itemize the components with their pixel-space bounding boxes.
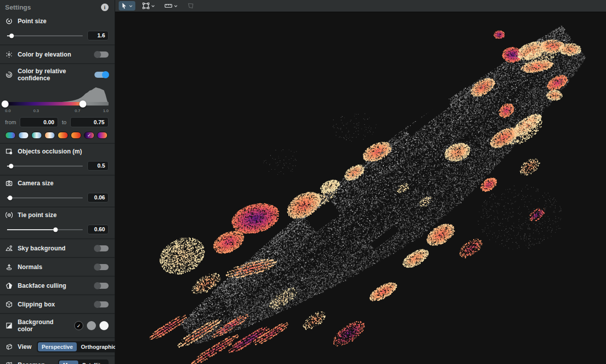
measure-tool[interactable]: [162, 2, 180, 10]
palette-selected-check-icon: ✓: [87, 133, 91, 138]
to-input[interactable]: 0.75: [70, 117, 109, 127]
background-color-options: ✓: [74, 321, 109, 330]
settings-panel: Settings i Point size 1.6: [0, 0, 115, 364]
palette-purple-magenta-orange[interactable]: [97, 132, 108, 139]
point-size-slider[interactable]: [7, 33, 83, 39]
sky-background-toggle[interactable]: [94, 245, 109, 251]
tie-point-value[interactable]: 0.60: [87, 225, 109, 234]
camera-icon: [5, 179, 13, 187]
occlusion-slider[interactable]: [7, 163, 83, 169]
tie-point-label: Tie point size: [18, 212, 57, 219]
section-sky-background: Sky background: [0, 238, 115, 257]
point-size-label: Point size: [18, 18, 46, 25]
section-objects-occlusion: Objects occlusion (m) 0.5: [0, 143, 115, 175]
confidence-histogram: [5, 84, 109, 108]
normals-toggle[interactable]: [94, 264, 109, 270]
occlusion-value[interactable]: 0.5: [87, 161, 109, 171]
chevron-down-icon: [174, 4, 178, 8]
tie-point-icon: [5, 211, 13, 219]
elevation-label: Color by elevation: [18, 51, 71, 58]
view-icon: [5, 343, 13, 351]
view-option-perspective[interactable]: Perspective: [38, 342, 77, 351]
occlusion-icon: [5, 147, 13, 155]
palette-yellow-red[interactable]: [58, 132, 68, 139]
normals-label: Normals: [18, 264, 42, 271]
view-segmented-control: PerspectiveOrthographic: [37, 341, 121, 352]
camera-size-value[interactable]: 0.06: [87, 193, 109, 202]
range-handle-min[interactable]: [2, 100, 9, 108]
settings-title: Settings: [5, 4, 31, 11]
background-color-white[interactable]: [99, 321, 109, 330]
basemap-icon: [5, 361, 13, 364]
background-color-black[interactable]: ✓: [74, 321, 83, 330]
clipping-box-label: Clipping box: [18, 301, 55, 308]
section-confidence: Color by relative confidence 0.00.30.71.…: [0, 63, 115, 143]
from-input[interactable]: 0.00: [20, 117, 58, 127]
confidence-range-inputs: from 0.00 to 0.75: [5, 117, 109, 127]
info-icon[interactable]: i: [101, 4, 109, 11]
region-select-tool[interactable]: [140, 1, 158, 11]
from-label: from: [5, 119, 16, 125]
basemap-option-map[interactable]: Map: [59, 360, 78, 364]
point-cloud-canvas[interactable]: [115, 0, 606, 364]
section-clipping-box: Clipping box: [0, 294, 115, 313]
elevation-toggle[interactable]: [94, 51, 109, 58]
section-camera-size: Camera size 0.06: [0, 175, 115, 206]
to-label: to: [62, 119, 66, 125]
section-tie-point-size: Tie point size 0.60: [0, 206, 115, 238]
tie-point-slider[interactable]: [7, 227, 83, 233]
tick-label: 1.0: [103, 109, 109, 113]
palette-row: ✓: [5, 132, 109, 139]
camera-size-label: Camera size: [18, 180, 54, 187]
palette-orange-white-blue[interactable]: [44, 132, 55, 139]
section-view: View PerspectiveOrthographic: [0, 337, 115, 355]
settings-header: Settings i: [0, 0, 115, 14]
confidence-label: Color by relative confidence: [18, 68, 89, 82]
palette-magma[interactable]: ✓: [84, 132, 94, 139]
confidence-ticks: 0.00.30.71.0: [5, 109, 109, 114]
basemap-label: Basemap: [18, 361, 45, 364]
rect-select-icon: [142, 3, 149, 9]
basemap-option-satellite[interactable]: Satellite: [78, 360, 108, 364]
sky-icon: [5, 244, 13, 252]
background-color-label: Background color: [18, 319, 69, 333]
confidence-gradient-bar: [5, 102, 109, 106]
palette-teal-white-blue[interactable]: [31, 132, 42, 139]
view-option-orthographic[interactable]: Orthographic: [77, 342, 120, 351]
clipping-box-icon: [5, 300, 13, 308]
polygon-tool: [185, 1, 196, 11]
backface-icon: [5, 282, 13, 289]
app-root: Settings i Point size 1.6: [0, 0, 606, 364]
occlusion-label: Objects occlusion (m): [18, 148, 82, 155]
camera-size-slider[interactable]: [7, 195, 83, 201]
background-color-icon: [5, 322, 13, 330]
polygon-icon: [187, 3, 194, 9]
elevation-icon: [5, 50, 13, 58]
section-point-size: Point size 1.6: [0, 14, 115, 44]
backface-label: Backface culling: [18, 282, 66, 289]
select-tool[interactable]: [119, 1, 135, 11]
chevron-down-icon: [151, 4, 155, 8]
palette-blue-white[interactable]: [18, 132, 29, 139]
palette-green-blue-purple[interactable]: [5, 132, 16, 139]
backface-toggle[interactable]: [94, 283, 109, 289]
background-color-gray[interactable]: [87, 321, 96, 330]
section-color-by-elevation: Color by elevation: [0, 44, 115, 63]
viewport-toolbar: [115, 0, 606, 12]
range-handle-max[interactable]: [79, 100, 86, 108]
normals-icon: [5, 263, 13, 271]
point-size-value[interactable]: 1.6: [87, 31, 109, 40]
chevron-down-icon: [129, 4, 133, 8]
confidence-icon: [5, 71, 13, 79]
point-size-icon: [5, 17, 13, 25]
basemap-segmented-control: MapSatellite: [58, 359, 109, 364]
clipping-box-toggle[interactable]: [94, 301, 109, 307]
cursor-icon: [121, 3, 127, 9]
section-basemap: Basemap MapSatellite: [0, 355, 115, 364]
confidence-toggle[interactable]: [94, 72, 109, 78]
section-backface-culling: Backface culling: [0, 276, 115, 294]
palette-orange-red[interactable]: [71, 132, 81, 139]
viewport: [115, 0, 606, 364]
view-label: View: [18, 343, 32, 350]
tick-label: 0.7: [75, 109, 80, 113]
